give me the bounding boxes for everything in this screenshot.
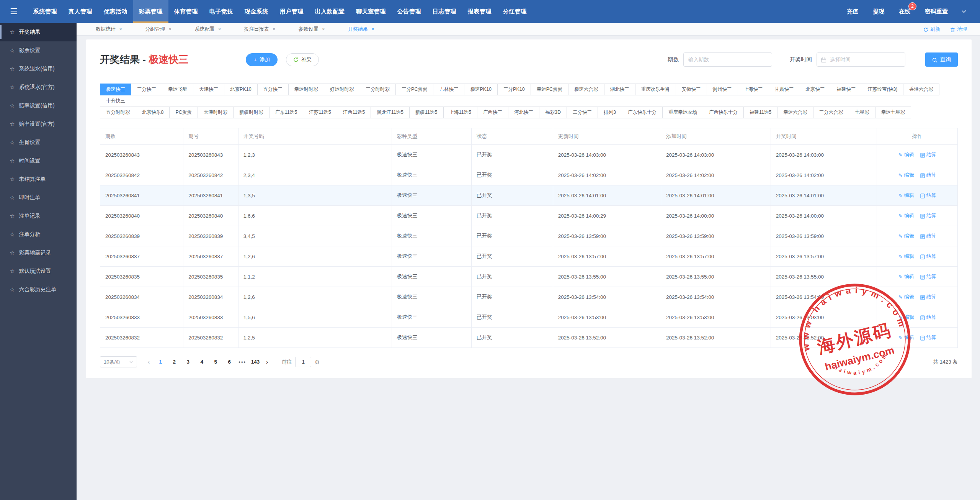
lottery-filter-button[interactable]: 重庆欢乐生肖 — [635, 84, 676, 95]
query-button[interactable]: 查询 — [925, 52, 958, 67]
tab-close-icon[interactable]: × — [273, 26, 276, 32]
page-ellipsis[interactable]: ••• — [238, 359, 246, 365]
edit-link[interactable]: ✎ 编辑 — [898, 314, 914, 321]
chevron-down-icon[interactable] — [961, 8, 967, 15]
edit-link[interactable]: ✎ 编辑 — [898, 334, 914, 341]
lottery-filter-button[interactable]: 江苏11选5 — [303, 107, 337, 118]
lottery-filter-button[interactable]: 福建11选5 — [743, 107, 777, 118]
lottery-filter-button[interactable]: 江西11选5 — [337, 107, 371, 118]
withdraw-link[interactable]: 提现 — [873, 8, 884, 15]
edit-link[interactable]: ✎ 编辑 — [898, 172, 914, 179]
period-input[interactable] — [683, 52, 772, 67]
workspace-tab[interactable]: 分组管理 × — [134, 26, 183, 33]
settle-link[interactable]: 结算 — [920, 314, 936, 321]
sidebar-item[interactable]: ☆ 赔率设置(信用) — [0, 97, 77, 115]
sidebar-item[interactable]: ☆ 六合彩历史注单 — [0, 280, 77, 299]
settle-link[interactable]: 结算 — [920, 334, 936, 341]
settle-link[interactable]: 结算 — [920, 192, 936, 199]
lottery-filter-button[interactable]: 江苏骰宝(快3) — [862, 84, 904, 95]
lottery-filter-button[interactable]: 河北快三 — [508, 107, 539, 118]
nav-menu-item[interactable]: 聊天室管理 — [350, 0, 392, 23]
lottery-filter-button[interactable]: 五分时时彩 — [100, 107, 136, 118]
goto-page-input[interactable] — [295, 357, 311, 367]
settle-link[interactable]: 结算 — [920, 273, 936, 280]
lottery-filter-button[interactable]: 七星彩 — [849, 107, 875, 118]
sidebar-item[interactable]: ☆ 即时注单 — [0, 189, 77, 207]
add-button[interactable]: + 添加 — [246, 53, 278, 66]
sidebar-item[interactable]: ☆ 赔率设置(官方) — [0, 115, 77, 133]
lottery-filter-button[interactable]: 安徽快三 — [676, 84, 707, 95]
nav-menu-item[interactable]: 日志管理 — [427, 0, 462, 23]
lottery-filter-button[interactable]: 三分PC蛋蛋 — [395, 84, 433, 95]
lottery-filter-button[interactable]: 三分时时彩 — [360, 84, 396, 95]
tab-close-icon[interactable]: × — [218, 26, 221, 32]
lottery-filter-button[interactable]: 天津快三 — [193, 84, 224, 95]
lottery-filter-button[interactable]: 极速快三 — [100, 84, 131, 95]
tab-close-icon[interactable]: × — [119, 26, 122, 32]
page-size-select[interactable]: 10条/页 — [100, 356, 137, 367]
lottery-filter-button[interactable]: 北京快三 — [800, 84, 831, 95]
online-link[interactable]: 在线 2 — [899, 8, 910, 15]
lottery-filter-button[interactable]: 好运时时彩 — [324, 84, 360, 95]
hamburger-menu-icon[interactable]: ☰ — [0, 0, 28, 23]
nav-menu-item[interactable]: 系统管理 — [28, 0, 63, 23]
reset-password-link[interactable]: 密码重置 — [925, 8, 948, 15]
recollect-button[interactable]: 补采 — [286, 53, 319, 66]
nav-menu-item[interactable]: 体育管理 — [168, 0, 204, 23]
lottery-filter-button[interactable]: 新疆11选5 — [409, 107, 443, 118]
page-number-button[interactable]: 2 — [169, 359, 180, 365]
sidebar-item[interactable]: ☆ 彩票设置 — [0, 41, 77, 60]
sidebar-item[interactable]: ☆ 注单分析 — [0, 225, 77, 244]
sidebar-item[interactable]: ☆ 生肖设置 — [0, 133, 77, 152]
draw-time-input[interactable] — [817, 52, 905, 67]
lottery-filter-button[interactable]: 天津时时彩 — [198, 107, 234, 118]
refresh-button[interactable]: 刷新 — [923, 26, 940, 33]
lottery-filter-button[interactable]: 贵州快三 — [707, 84, 738, 95]
edit-link[interactable]: ✎ 编辑 — [898, 293, 914, 300]
workspace-tab[interactable]: 数据统计 × — [84, 26, 134, 33]
settle-link[interactable]: 结算 — [920, 293, 936, 300]
workspace-tab[interactable]: 参数设置 × — [287, 26, 336, 33]
lottery-filter-button[interactable]: PC蛋蛋 — [169, 107, 198, 118]
settle-link[interactable]: 结算 — [920, 172, 936, 179]
sidebar-item[interactable]: ☆ 彩票输赢记录 — [0, 244, 77, 262]
settle-link[interactable]: 结算 — [920, 212, 936, 219]
page-number-button[interactable]: 1 — [155, 359, 166, 365]
lottery-filter-button[interactable]: 幸运飞艇 — [162, 84, 193, 95]
lottery-filter-button[interactable]: 幸运PC蛋蛋 — [531, 84, 568, 95]
settle-link[interactable]: 结算 — [920, 233, 936, 239]
tab-close-icon[interactable]: × — [371, 26, 374, 32]
lottery-filter-button[interactable]: 北京PK10 — [224, 84, 258, 95]
lottery-filter-button[interactable]: 排列3 — [598, 107, 622, 118]
nav-menu-item[interactable]: 现金系统 — [239, 0, 274, 23]
next-page-button[interactable]: › — [266, 359, 268, 366]
lottery-filter-button[interactable]: 极速PK10 — [464, 84, 498, 95]
nav-menu-item[interactable]: 分红管理 — [497, 0, 532, 23]
edit-link[interactable]: ✎ 编辑 — [898, 273, 914, 280]
edit-link[interactable]: ✎ 编辑 — [898, 192, 914, 199]
lottery-filter-button[interactable]: 上海11选5 — [443, 107, 477, 118]
lottery-filter-button[interactable]: 广东11选5 — [269, 107, 303, 118]
lottery-filter-button[interactable]: 二分快三 — [567, 107, 598, 118]
page-number-button[interactable]: 4 — [196, 359, 207, 365]
lottery-filter-button[interactable]: 湖北快三 — [604, 84, 635, 95]
lottery-filter-button[interactable]: 广东快乐十分 — [622, 107, 663, 118]
clear-button[interactable]: 清理 — [950, 26, 967, 33]
nav-menu-item[interactable]: 优惠活动 — [98, 0, 133, 23]
lottery-filter-button[interactable]: 十分快三 — [100, 95, 131, 107]
nav-menu-item[interactable]: 出入款配置 — [309, 0, 351, 23]
sidebar-item[interactable]: ☆ 默认玩法设置 — [0, 262, 77, 280]
page-number-button[interactable]: 3 — [183, 359, 193, 365]
lottery-filter-button[interactable]: 重庆幸运农场 — [662, 107, 703, 118]
lottery-filter-button[interactable]: 三分PK10 — [497, 84, 531, 95]
lottery-filter-button[interactable]: 广西快乐十分 — [703, 107, 744, 118]
page-number-button[interactable]: 5 — [210, 359, 221, 365]
sidebar-item[interactable]: ☆ 时间设置 — [0, 152, 77, 170]
lottery-filter-button[interactable]: 新疆时时彩 — [233, 107, 270, 118]
lottery-filter-button[interactable]: 黑龙江11选5 — [371, 107, 410, 118]
nav-menu-item[interactable]: 彩票管理 — [133, 0, 168, 23]
edit-link[interactable]: ✎ 编辑 — [898, 212, 914, 219]
sidebar-item[interactable]: ☆ 注单记录 — [0, 207, 77, 225]
prev-page-button[interactable]: ‹ — [148, 359, 150, 366]
lottery-filter-button[interactable]: 吉林快三 — [433, 84, 464, 95]
